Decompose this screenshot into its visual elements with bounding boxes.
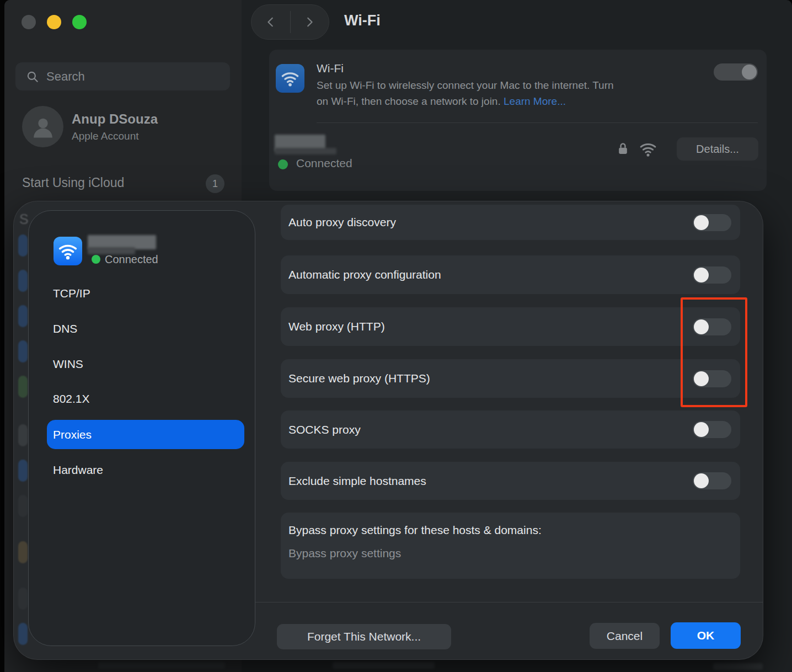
signal-wifi-icon [636,139,660,161]
sheet-tab-wins[interactable]: WINS [53,356,83,372]
search-input[interactable]: Search [15,62,230,90]
sidebar-app-icon-sliver [18,623,28,645]
row-secure-web-proxy-https: Secure web proxy (HTTPS) [281,359,740,398]
sheet-tab-proxies-selected[interactable]: Proxies [47,420,244,449]
toggle-knob [694,268,709,282]
toggle-exclude-simple-hostnames[interactable] [693,472,731,489]
network-status: Connected [296,157,352,170]
profile-name[interactable]: Anup DSouza [72,111,158,127]
row-label: SOCKS proxy [288,423,361,436]
row-label: Auto proxy discovery [288,216,396,229]
annotation-red-box [681,297,747,407]
sheet-tab-hardware[interactable]: Hardware [53,462,103,478]
background-smudge [713,663,763,670]
toggle-socks-proxy[interactable] [693,421,731,438]
wifi-toggle-knob [742,65,757,79]
connected-status-dot [92,255,100,264]
wifi-icon [280,68,301,89]
sheet-network-status: Connected [105,252,158,267]
history-nav [251,4,329,40]
page-title: Wi-Fi [344,12,381,29]
sheet-tab-tcpip[interactable]: TCP/IP [53,286,90,301]
profile-subtitle: Apple Account [72,130,138,142]
lock-icon [616,140,630,160]
sidebar-app-icon-sliver [18,495,28,517]
chevron-left-icon [265,13,277,31]
sidebar-app-icon-sliver [18,541,28,563]
row-label: Exclude simple hostnames [288,474,426,488]
screenshot-canvas: Search Anup DSouza Apple Account Start U… [0,0,792,672]
background-smudge [333,662,435,669]
row-label: Automatic proxy configuration [288,268,441,281]
sidebar-app-icon-sliver [18,588,28,610]
row-exclude-simple-hostnames: Exclude simple hostnames [281,462,740,500]
sidebar-app-icon-sliver [18,424,28,446]
wifi-settings-card: Wi-Fi Set up Wi-Fi to wirelessly connect… [269,50,767,191]
person-icon [29,113,57,141]
wifi-description-line2: on Wi-Fi, then choose a network to join.… [317,93,566,109]
window-minimize-button[interactable] [47,15,61,29]
sidebar-item-start-using-icloud[interactable]: Start Using iCloud [22,175,124,190]
sidebar-app-icon-sliver [18,234,28,257]
sidebar-app-icon-sliver [18,305,28,327]
bypass-label: Bypass proxy settings for these hosts & … [288,524,740,537]
bypass-input-placeholder[interactable]: Bypass proxy settings [288,547,740,560]
search-placeholder: Search [46,70,85,84]
footer-divider [255,602,763,602]
bypass-card: Bypass proxy settings for these hosts & … [281,513,740,579]
cancel-button[interactable]: Cancel [590,623,660,649]
icloud-badge: 1 [206,174,224,193]
forward-button[interactable] [291,5,329,39]
connected-status-dot [278,159,288,169]
card-divider [317,122,758,123]
sheet-tab-dns[interactable]: DNS [53,321,77,337]
row-automatic-proxy-configuration: Automatic proxy configuration [281,255,740,294]
row-auto-proxy-discovery: Auto proxy discovery [281,205,740,240]
wifi-icon [57,240,79,262]
network-name-redacted-2 [275,148,336,154]
avatar[interactable] [22,106,63,147]
sidebar-app-icon-sliver [18,376,28,398]
toggle-knob [694,215,709,230]
search-icon [25,70,40,84]
wifi-network-icon [53,237,82,265]
sheet-left-panel: Connected TCP/IP DNS WINS 802.1X Proxies… [28,210,255,646]
toggle-automatic-proxy-configuration[interactable] [693,266,731,284]
toggle-knob [694,473,709,488]
network-details-sheet: S Connected TCP/IP DNS WINS 802.1X Proxi… [13,201,763,660]
row-socks-proxy: SOCKS proxy [281,410,740,449]
forget-this-network-button[interactable]: Forget This Network... [277,624,451,649]
toggle-auto-proxy-discovery[interactable] [693,214,731,231]
row-label: Web proxy (HTTP) [288,320,385,333]
details-button[interactable]: Details... [677,137,758,161]
ghost-text: S [19,211,29,227]
sidebar-app-icon-sliver [18,340,28,362]
sidebar-app-icon-sliver [18,270,28,292]
chevron-right-icon [303,13,315,31]
wifi-app-icon [276,64,304,93]
row-web-proxy-http: Web proxy (HTTP) [281,307,740,346]
learn-more-link[interactable]: Learn More... [504,95,566,107]
wifi-toggle[interactable] [714,63,758,81]
row-label: Secure web proxy (HTTPS) [288,372,430,385]
window-zoom-button[interactable] [72,15,87,29]
toggle-knob [694,422,709,437]
back-button[interactable] [251,5,290,39]
ok-button[interactable]: OK [671,622,741,649]
sheet-tab-8021x[interactable]: 802.1X [53,391,90,407]
background-smudge [98,662,225,669]
window-close-button[interactable] [22,15,36,29]
wifi-card-title: Wi-Fi [317,62,344,75]
wifi-description-line1: Set up Wi-Fi to wirelessly connect your … [317,77,614,93]
sidebar-app-icon-sliver [18,460,28,482]
